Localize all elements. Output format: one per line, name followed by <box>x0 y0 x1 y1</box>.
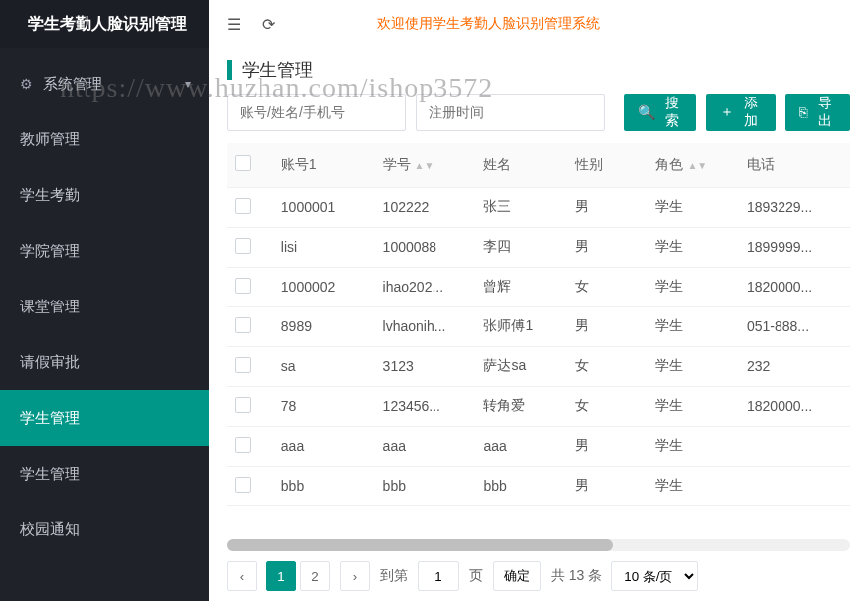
export-button-label: 导出 <box>813 95 836 130</box>
cell-gender: 男 <box>567 306 647 346</box>
cell-gender: 女 <box>567 386 647 426</box>
cell-role: 学生 <box>647 346 739 386</box>
cell-role: 学生 <box>647 386 739 426</box>
cell-account: 78 <box>273 386 375 426</box>
cell-account: aaa <box>273 426 375 466</box>
cell-role: 学生 <box>647 187 739 227</box>
cell-name: aaa <box>475 426 567 466</box>
cell-sid: lvhaonih... <box>375 306 476 346</box>
cell-name: 曾辉 <box>475 267 567 306</box>
table-row[interactable]: sa3123萨达sa女学生232 <box>227 346 850 386</box>
checkbox-icon <box>235 155 251 171</box>
cell-gender: 女 <box>567 267 647 306</box>
brand-title: 学生考勤人脸识别管理 <box>0 0 209 48</box>
cell-account: lisi <box>273 227 375 267</box>
register-time-input[interactable] <box>416 94 605 131</box>
row-checkbox[interactable] <box>235 317 251 333</box>
sidebar-item[interactable]: 学生考勤 <box>0 167 209 223</box>
cell-sid: 102222 <box>375 187 476 227</box>
add-button-label: 添加 <box>740 95 762 130</box>
table-row[interactable]: 78123456...转角爱女学生1820000... <box>227 386 850 426</box>
cell-gender: 男 <box>567 466 647 505</box>
row-checkbox[interactable] <box>235 437 251 453</box>
next-page-button[interactable]: › <box>340 561 370 591</box>
th-account[interactable]: 账号1 <box>273 143 375 187</box>
main: ☰ ⟳ 欢迎使用学生考勤人脸识别管理系统 学生管理 🔍 搜索 ＋ 添加 ⎘ 导出 <box>209 0 868 601</box>
row-checkbox[interactable] <box>235 278 251 294</box>
sidebar-item[interactable]: 学生管理 <box>0 446 209 501</box>
search-button[interactable]: 🔍 搜索 <box>624 94 696 131</box>
pagination: ‹ 1 2 › 到第 页 确定 共 13 条 10 条/页 <box>209 557 868 601</box>
table-header-row: 账号1 学号▲▼ 姓名 性别 角色▲▼ 电话 <box>227 143 850 187</box>
th-role[interactable]: 角色▲▼ <box>647 143 739 187</box>
chevron-down-icon: ▾ <box>185 56 191 111</box>
cell-sid: 123456... <box>375 386 476 426</box>
add-button[interactable]: ＋ 添加 <box>706 94 776 131</box>
table-row[interactable]: aaaaaaaaa男学生 <box>227 426 850 466</box>
cell-phone: 1899999... <box>739 227 850 267</box>
sidebar-item[interactable]: 课堂管理 <box>0 279 209 334</box>
toolbar: 🔍 搜索 ＋ 添加 ⎘ 导出 <box>209 94 868 143</box>
sidebar-item[interactable]: 教师管理 <box>0 111 209 167</box>
cell-name: 张师傅1 <box>475 306 567 346</box>
scrollbar-thumb[interactable] <box>227 539 613 551</box>
cell-account: bbb <box>273 466 375 505</box>
goto-confirm-button[interactable]: 确定 <box>493 561 541 591</box>
th-phone[interactable]: 电话 <box>739 143 850 187</box>
row-checkbox[interactable] <box>235 397 251 413</box>
cell-phone: 1820000... <box>739 267 850 306</box>
page-number-button[interactable]: 1 <box>266 561 296 591</box>
page-title-wrap: 学生管理 <box>209 48 868 94</box>
sidebar-item[interactable]: 学生管理 <box>0 390 209 446</box>
nav: ⚙ 系统管理 ▾ 教师管理学生考勤学院管理课堂管理请假审批学生管理学生管理校园通… <box>0 48 209 557</box>
th-checkbox[interactable] <box>227 143 273 187</box>
row-checkbox[interactable] <box>235 238 251 254</box>
keyword-input[interactable] <box>227 94 406 131</box>
table-row[interactable]: lisi1000088李四男学生1899999... <box>227 227 850 267</box>
nav-group-system[interactable]: ⚙ 系统管理 ▾ <box>0 56 209 111</box>
th-name[interactable]: 姓名 <box>475 143 567 187</box>
cell-name: 萨达sa <box>475 346 567 386</box>
table-row[interactable]: 1000002ihao202...曾辉女学生1820000... <box>227 267 850 306</box>
student-table: 账号1 学号▲▼ 姓名 性别 角色▲▼ 电话 1000001102222张三男学… <box>227 143 850 506</box>
cell-account: 8989 <box>273 306 375 346</box>
sidebar: 学生考勤人脸识别管理 ⚙ 系统管理 ▾ 教师管理学生考勤学院管理课堂管理请假审批… <box>0 0 209 601</box>
page-size-select[interactable]: 10 条/页 <box>611 561 698 591</box>
row-checkbox[interactable] <box>235 357 251 373</box>
table-row[interactable]: 1000001102222张三男学生1893229... <box>227 187 850 227</box>
sidebar-item[interactable]: 请假审批 <box>0 334 209 390</box>
page-title: 学生管理 <box>242 58 313 82</box>
horizontal-scrollbar[interactable] <box>227 539 850 551</box>
table-row[interactable]: 8989lvhaonih...张师傅1男学生051-888... <box>227 306 850 346</box>
menu-toggle-icon[interactable]: ☰ <box>227 15 241 34</box>
th-sid[interactable]: 学号▲▼ <box>375 143 476 187</box>
cell-account: sa <box>273 346 375 386</box>
gear-icon: ⚙ <box>20 56 33 111</box>
pg-goto-suffix: 页 <box>469 567 483 585</box>
page-number-button[interactable]: 2 <box>300 561 330 591</box>
pg-goto-prefix: 到第 <box>380 567 408 585</box>
cell-name: bbb <box>475 466 567 505</box>
cell-gender: 男 <box>567 426 647 466</box>
cell-role: 学生 <box>647 426 739 466</box>
cell-name: 李四 <box>475 227 567 267</box>
row-checkbox[interactable] <box>235 198 251 214</box>
row-checkbox[interactable] <box>235 477 251 493</box>
cell-phone: 051-888... <box>739 306 850 346</box>
sort-icon: ▲▼ <box>687 160 707 171</box>
cell-gender: 男 <box>567 227 647 267</box>
cell-gender: 男 <box>567 187 647 227</box>
prev-page-button[interactable]: ‹ <box>227 561 257 591</box>
title-accent-bar <box>227 60 232 80</box>
topbar: ☰ ⟳ 欢迎使用学生考勤人脸识别管理系统 <box>209 0 868 48</box>
table-row[interactable]: bbbbbbbbb男学生 <box>227 466 850 505</box>
table-wrap: 账号1 学号▲▼ 姓名 性别 角色▲▼ 电话 1000001102222张三男学… <box>209 143 868 537</box>
cell-role: 学生 <box>647 306 739 346</box>
sidebar-item[interactable]: 学院管理 <box>0 223 209 279</box>
th-gender[interactable]: 性别 <box>567 143 647 187</box>
sort-icon: ▲▼ <box>415 160 434 171</box>
goto-page-input[interactable] <box>418 561 459 591</box>
sidebar-item[interactable]: 校园通知 <box>0 501 209 557</box>
export-button[interactable]: ⎘ 导出 <box>785 94 850 131</box>
refresh-icon[interactable]: ⟳ <box>262 15 275 34</box>
